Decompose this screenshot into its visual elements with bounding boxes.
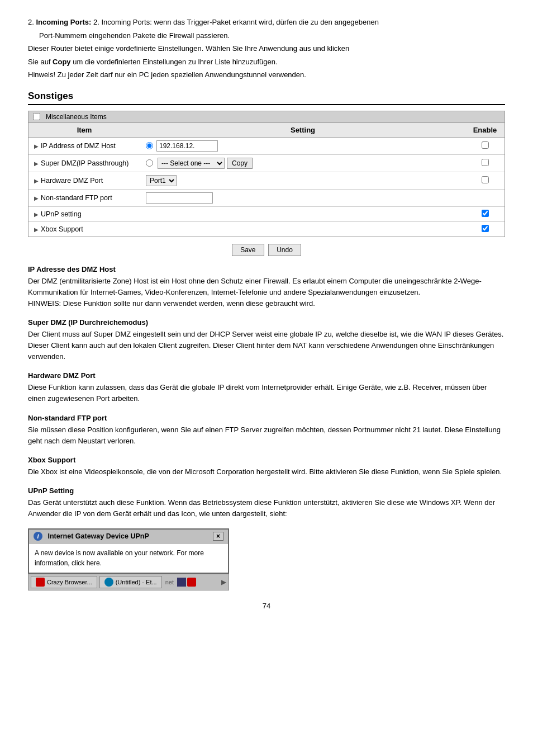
enable-hw-dmz-checkbox[interactable] [482,176,489,183]
upnp-popup-close[interactable]: × [213,532,223,541]
upnp-popup-body: A new device is now available on your ne… [29,544,228,573]
super-dmz-select[interactable]: --- Select one --- [158,158,225,169]
desc-text-upnp: Das Gerät unterstützt auch diese Funktio… [28,497,505,519]
upnp-popup: i Internet Gateway Device UPnP × A new d… [28,528,229,574]
row-name-dmz-ip: ▶IP Address of DMZ Host [28,137,140,154]
taskbar-label-crazy: Crazy Browser... [47,579,92,585]
table-row: ▶IP Address of DMZ Host [28,137,505,154]
miscellaneous-checkbox[interactable] [33,113,40,120]
upnp-popup-header: i Internet Gateway Device UPnP × [29,530,228,544]
settings-table: Item Setting Enable ▶IP Address of DMZ H… [28,123,505,237]
taskbar-item-crazy-browser[interactable]: Crazy Browser... [31,576,97,588]
desc-title-ftp: Non-standard FTP port [28,414,505,422]
arrow-icon: ▶ [34,226,39,233]
taskbar-item-ie[interactable]: (Untitled) - Et... [99,576,162,588]
row-name-super-dmz: ▶Super DMZ(IP Passthrough) [28,154,140,172]
row-enable-upnp [465,206,505,221]
upnp-popup-title: Internet Gateway Device UPnP [47,532,149,540]
page-number: 74 [28,602,505,610]
col-setting: Setting [140,123,465,138]
intro-line1: 2. Incoming Ports: 2. Incoming Ports: we… [28,17,505,28]
enable-xbox-checkbox[interactable] [482,225,489,232]
desc-ftp: Non-standard FTP port Sie müssen diese P… [28,414,505,447]
taskbar-right-icons [177,578,196,587]
row-enable-ftp [465,189,505,206]
row-enable-hw-dmz [465,172,505,189]
arrow-icon: ▶ [34,195,39,201]
ie-icon [104,578,113,587]
table-header-label: Miscellaneous Items [46,113,107,121]
taskbar-label-ie: (Untitled) - Et... [116,579,157,585]
upnp-popup-text: A new device is now available on your ne… [35,549,204,567]
select-copy-group: --- Select one --- Copy [146,158,460,169]
desc-text-hardware-dmz: Diese Funktion kann zulassen, dass das G… [28,382,505,404]
section-title: Sonstiges [28,91,505,105]
desc-text-dmz-host: Der DMZ (entmilitarisierte Zone) Host is… [28,276,505,309]
row-setting-dmz-ip [140,137,465,154]
arrow-icon: ▶ [34,178,39,184]
ftp-port-input[interactable] [146,192,213,204]
enable-super-dmz-checkbox[interactable] [482,159,489,166]
row-setting-ftp [140,189,465,206]
hardware-dmz-port-select[interactable]: Port1 [146,175,177,186]
desc-text-super-dmz: Der Client muss auf Super DMZ eingestell… [28,329,505,362]
ip-input-group [146,140,460,152]
row-name-upnp: ▶UPnP setting [28,206,140,221]
enable-dmz-ip-checkbox[interactable] [482,141,489,149]
intro-section: 2. Incoming Ports: 2. Incoming Ports: we… [28,17,505,81]
desc-text-ftp: Sie müssen diese Position konfigurieren,… [28,424,505,447]
arrow-icon: ▶ [34,143,39,149]
intro-line2b: Sie auf Copy um die vordefinierten Einst… [28,56,505,68]
row-name-xbox: ▶Xbox Support [28,221,140,237]
desc-super-dmz: Super DMZ (IP Durchreichemodus) Der Clie… [28,318,505,362]
table-row: ▶Super DMZ(IP Passthrough) --- Select on… [28,154,505,172]
desc-upnp: UPnP Setting Das Gerät unterstützt auch … [28,486,505,519]
arrow-icon: ▶ [34,211,39,218]
col-enable: Enable [465,123,505,138]
arrow-icon: ▶ [34,160,39,167]
row-enable-super-dmz [465,154,505,172]
desc-dmz-host: IP Adresse des DMZ Host Der DMZ (entmili… [28,265,505,309]
desc-title-hardware-dmz: Hardware DMZ Port [28,371,505,380]
info-icon: i [34,532,42,541]
taskbar-arrow: ▶ [221,578,226,586]
table-row: ▶UPnP setting [28,206,505,221]
super-dmz-radio[interactable] [146,159,153,167]
desc-text-xbox: Die Xbox ist eine Videospielkonsole, die… [28,466,505,478]
network-icon [177,578,186,587]
save-button[interactable]: Save [232,244,264,256]
row-setting-hw-dmz: Port1 [140,172,465,189]
taskbar: Crazy Browser... (Untitled) - Et... net … [28,574,229,590]
desc-hardware-dmz: Hardware DMZ Port Diese Funktion kann zu… [28,371,505,404]
crazy-browser-icon [36,578,45,587]
desc-title-xbox: Xbox Support [28,456,505,464]
net-label: net [165,579,174,585]
intro-line1b: Port-Nummern eingehenden Pakete die Fire… [39,30,505,41]
bottom-buttons: Save Undo [28,244,505,256]
undo-button[interactable]: Undo [268,244,301,256]
desc-title-upnp: UPnP Setting [28,486,505,495]
row-enable-dmz-ip [465,137,505,154]
row-setting-upnp [140,206,465,221]
table-row: ▶Non-standard FTP port [28,189,505,206]
dmz-ip-radio[interactable] [146,142,153,149]
col-item: Item [28,123,140,138]
row-name-hw-dmz: ▶Hardware DMZ Port [28,172,140,189]
power-icon [187,578,196,587]
table-header-bar: Miscellaneous Items [28,111,505,123]
row-enable-xbox [465,221,505,237]
row-setting-xbox [140,221,465,237]
dmz-ip-input[interactable] [156,140,218,152]
intro-line3: Hinweis! Zu jeder Zeit darf nur ein PC j… [28,69,505,81]
table-row: ▶Xbox Support [28,221,505,237]
upnp-header-left: i Internet Gateway Device UPnP [34,532,149,541]
row-setting-super-dmz: --- Select one --- Copy [140,154,465,172]
enable-upnp-checkbox[interactable] [482,210,489,217]
table-row: ▶Hardware DMZ Port Port1 [28,172,505,189]
intro-line2: Dieser Router bietet einige vordefiniert… [28,43,505,54]
desc-title-dmz-host: IP Adresse des DMZ Host [28,265,505,273]
desc-xbox: Xbox Support Die Xbox ist eine Videospie… [28,456,505,478]
copy-button[interactable]: Copy [227,158,253,169]
miscellaneous-table: Miscellaneous Items Item Setting Enable … [28,111,505,237]
desc-title-super-dmz: Super DMZ (IP Durchreichemodus) [28,318,505,327]
